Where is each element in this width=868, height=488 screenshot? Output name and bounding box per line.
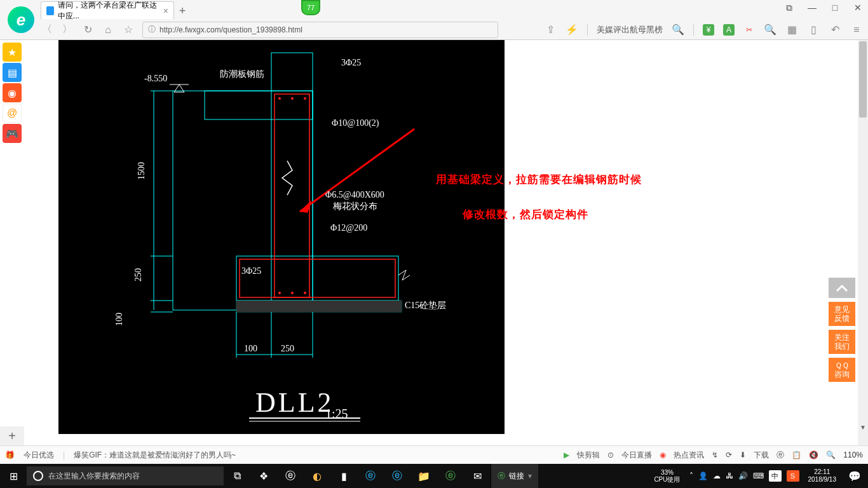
tray-vol-icon[interactable]: 🔊 xyxy=(738,471,748,480)
annotation-line1: 用基础梁定义，拉筋需要在编辑钢筋时候 xyxy=(436,171,642,188)
tray-net-icon[interactable]: 🖧 xyxy=(726,471,733,480)
download-label[interactable]: 下载 xyxy=(754,450,769,461)
cpu-label: CPU使用 xyxy=(654,476,680,483)
nav-favorite-icon[interactable]: ☆ xyxy=(122,24,135,36)
cad-title: DLL2 xyxy=(255,387,334,418)
download-icon[interactable]: ⬇ xyxy=(740,451,746,459)
browser-tab[interactable]: 请问，这两个承台梁在广联达中应... × xyxy=(41,1,174,19)
tray-cloud-icon[interactable]: ☁ xyxy=(713,471,721,480)
nav-forward-icon[interactable]: 〉 xyxy=(61,24,74,36)
kuaijian-icon[interactable]: ▶ xyxy=(564,451,569,459)
nav-home-icon[interactable]: ⌂ xyxy=(102,24,114,36)
window-minimize-icon[interactable]: — xyxy=(806,3,818,13)
hot-label[interactable]: 热点资讯 xyxy=(674,450,704,461)
tb-ie[interactable]: ⓔ xyxy=(384,464,410,488)
follow-button[interactable]: 关注 我们 xyxy=(829,330,855,354)
window-close-icon[interactable]: ✕ xyxy=(851,3,864,13)
tb-app3[interactable]: ◐ xyxy=(304,464,330,488)
start-button[interactable]: ⊞ xyxy=(0,464,27,488)
zoom-icon[interactable]: 🔍 xyxy=(764,24,776,36)
dock-games[interactable]: 🎮 xyxy=(3,124,22,143)
cad-tie-note: 梅花状分布 xyxy=(332,201,377,211)
hot-news-text[interactable]: 美媒评出航母黑榜 xyxy=(597,24,663,36)
dock-news[interactable]: ▤ xyxy=(3,63,22,82)
cpu-meter[interactable]: 33% CPU使用 xyxy=(649,464,685,488)
ime-indicator[interactable]: 中 xyxy=(769,470,782,482)
live-icon[interactable]: ⊙ xyxy=(607,451,614,459)
dock-at[interactable]: @ xyxy=(3,104,22,123)
status-ico3[interactable]: ⓔ xyxy=(776,450,784,461)
tray-user-icon[interactable]: 👤 xyxy=(698,471,708,480)
annotation-text: 用基础梁定义，拉筋需要在编辑钢筋时候 修改根数，然后锁定构件 xyxy=(436,171,642,223)
status-ico2[interactable]: ⟳ xyxy=(726,451,732,459)
back-to-top-button[interactable] xyxy=(829,278,855,298)
tb-edge[interactable]: ⓔ xyxy=(357,464,384,488)
action-center-icon[interactable]: 💬 xyxy=(841,464,868,488)
sogou-icon[interactable]: S xyxy=(787,470,799,482)
nav-back-icon[interactable]: 〈 xyxy=(41,24,53,36)
screenshot-icon[interactable]: ✂ xyxy=(743,24,755,36)
qq-button[interactable]: ＱＱ 咨询 xyxy=(829,358,855,382)
notification-badge[interactable]: 77 xyxy=(301,0,320,15)
new-tab-button[interactable]: + xyxy=(174,3,191,19)
sidebar-dock: ★ ▤ ◉ @ 🎮 xyxy=(0,40,24,447)
undo-icon[interactable]: ↶ xyxy=(829,24,841,36)
translate-icon[interactable]: A xyxy=(723,24,735,36)
wallet-icon[interactable]: ¥ xyxy=(703,24,714,36)
flash-icon[interactable]: ⚡ xyxy=(566,24,578,36)
cad-level: -8.550 xyxy=(144,74,167,83)
search-placeholder: 在这里输入你要搜索的内容 xyxy=(48,471,140,482)
svg-rect-2 xyxy=(271,53,313,310)
vertical-scrollbar[interactable]: ▼ xyxy=(858,40,868,445)
menu-icon[interactable]: ≡ xyxy=(850,24,863,36)
cad-dim-100b: 100 xyxy=(244,344,257,353)
tb-app4[interactable]: ▮ xyxy=(330,464,357,488)
share-icon[interactable]: ⇪ xyxy=(544,24,557,36)
today-pick[interactable]: 今日优选 xyxy=(24,450,54,461)
tb-app2[interactable]: ⓔ xyxy=(277,464,304,488)
taskbar-clock[interactable]: 22:11 2018/9/13 xyxy=(803,468,842,484)
live-label[interactable]: 今日直播 xyxy=(621,450,652,461)
svg-rect-1 xyxy=(205,91,313,119)
tray-kb-icon[interactable]: ⌨ xyxy=(753,471,764,480)
tb-360[interactable]: ⓔ xyxy=(437,464,464,488)
nav-reload-icon[interactable]: ↻ xyxy=(81,24,94,36)
status-ico1[interactable]: ↯ xyxy=(712,451,718,459)
scrollbar-down-icon[interactable]: ▼ xyxy=(858,424,868,434)
status-ico4[interactable]: 📋 xyxy=(792,451,801,459)
kuaijian-label[interactable]: 快剪辑 xyxy=(577,450,600,461)
tab-title: 请问，这两个承台梁在广联达中应... xyxy=(58,0,159,22)
mute-icon[interactable]: 🔇 xyxy=(809,451,818,459)
svg-point-13 xyxy=(304,292,306,294)
apps-icon[interactable]: ▦ xyxy=(785,24,798,36)
scrollbar-thumb[interactable] xyxy=(859,41,867,118)
taskbar-search[interactable]: 在这里输入你要搜索的内容 xyxy=(27,466,224,485)
reader-icon[interactable]: ▯ xyxy=(807,24,820,36)
taskview-icon[interactable]: ⧉ xyxy=(224,464,250,488)
dock-weibo[interactable]: ◉ xyxy=(3,83,22,102)
gift-icon[interactable]: 🎁 xyxy=(5,451,15,459)
zoom-value[interactable]: 110% xyxy=(843,451,863,459)
url-input[interactable]: ⓘ http://e.fwxgx.com/question_1939898.ht… xyxy=(142,22,498,38)
feedback-button[interactable]: 意见 反馈 xyxy=(829,302,855,326)
status-news[interactable]: 爆笑GIF：难道这就是被爱情滋润好了的男人吗~ xyxy=(74,450,236,461)
dock-favorites[interactable]: ★ xyxy=(3,43,22,62)
zoom-tool-icon[interactable]: 🔍 xyxy=(826,451,836,459)
tb-app1[interactable]: ❖ xyxy=(250,464,277,488)
search-icon[interactable]: 🔍 xyxy=(672,24,684,36)
tab-close-icon[interactable]: × xyxy=(163,6,168,16)
window-controls: ⧉ — □ ✕ xyxy=(783,3,864,13)
tb-explorer[interactable]: 📁 xyxy=(410,464,437,488)
hot-icon[interactable]: ◉ xyxy=(660,451,666,459)
tab-bar: 请问，这两个承台梁在广联达中应... × + 77 xyxy=(0,0,868,19)
dock-add-button[interactable]: + xyxy=(0,426,24,445)
link-icon: ⓔ xyxy=(498,471,505,482)
tb-mail[interactable]: ✉ xyxy=(464,464,491,488)
tray-up-icon[interactable]: ˄ xyxy=(689,471,693,480)
window-popout-icon[interactable]: ⧉ xyxy=(783,3,796,13)
cad-bedding: C15砼垫层 xyxy=(405,301,446,310)
svg-point-8 xyxy=(278,97,281,100)
tb-browser-link[interactable]: ⓔ 链接 ▾ xyxy=(491,464,538,488)
window-maximize-icon[interactable]: □ xyxy=(829,3,841,13)
svg-rect-6 xyxy=(275,94,309,297)
